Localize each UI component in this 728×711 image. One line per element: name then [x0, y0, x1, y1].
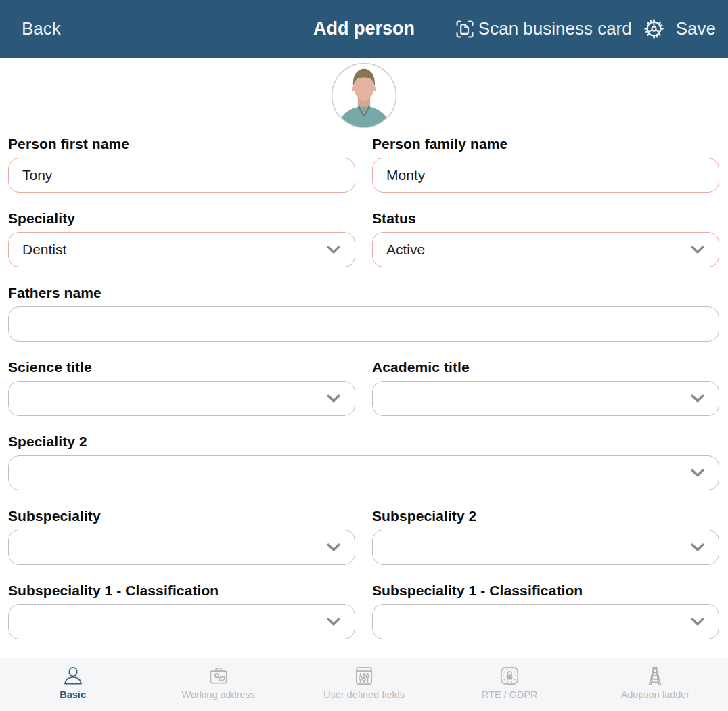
chevron-down-icon	[325, 241, 342, 258]
speciality-2-select[interactable]	[8, 455, 719, 490]
speciality-2-label: Speciality 2	[8, 433, 719, 451]
science-title-select[interactable]	[8, 381, 355, 416]
scan-business-card-button[interactable]: Scan business card	[454, 18, 632, 40]
sliders-icon	[352, 664, 376, 687]
subspeciality-2-select[interactable]	[372, 530, 719, 565]
save-button[interactable]: Save	[676, 18, 716, 39]
chevron-down-icon	[689, 613, 706, 630]
field-subspeciality-2: Subspeciality 2	[372, 507, 719, 565]
briefcase-icon	[207, 664, 230, 687]
settings-gear-icon[interactable]	[643, 18, 665, 40]
subspeciality-1-classification-select-b[interactable]	[372, 604, 719, 639]
tab-working-address-label: Working address	[182, 689, 256, 700]
field-science-title: Science title	[8, 359, 355, 416]
person-icon	[62, 664, 85, 687]
academic-title-label: Academic title	[372, 359, 719, 376]
tab-adoption-ladder-label: Adoption ladder	[621, 689, 690, 700]
speciality-label: Speciality	[8, 210, 355, 227]
status-label: Status	[372, 210, 719, 227]
tab-rte-gdpr-label: RTE / GDPR	[482, 689, 538, 700]
chevron-down-icon	[689, 538, 706, 556]
chevron-down-icon	[325, 613, 342, 630]
chevron-down-icon	[325, 390, 342, 407]
gdpr-lock-icon	[498, 664, 521, 687]
ladder-icon	[643, 664, 666, 687]
status-value: Active	[386, 242, 682, 258]
bottom-tab-bar: Basic Working address User def	[0, 658, 728, 711]
person-avatar[interactable]	[331, 62, 397, 129]
tab-user-defined-fields-label: User defined fields	[323, 689, 405, 700]
field-academic-title: Academic title	[372, 359, 719, 416]
person-family-name-label: Person family name	[372, 135, 719, 153]
speciality-select[interactable]: Dentist	[8, 232, 355, 267]
chevron-down-icon	[689, 464, 706, 482]
avatar-section	[0, 58, 728, 135]
field-subspeciality: Subspeciality	[8, 507, 355, 565]
person-first-name-input[interactable]	[9, 158, 355, 192]
tab-basic[interactable]: Basic	[0, 658, 145, 711]
subspeciality-select[interactable]	[8, 530, 355, 565]
academic-title-select[interactable]	[372, 381, 719, 416]
field-subspeciality-1-classification-b: Subspeciality 1 - Classification	[372, 582, 719, 639]
chevron-down-icon	[689, 390, 706, 407]
field-status: Status Active	[372, 210, 719, 267]
subspeciality-1-classification-label: Subspeciality 1 - Classification	[372, 582, 719, 599]
science-title-label: Science title	[8, 359, 355, 376]
add-person-screen: Back Add person Scan business card	[0, 0, 728, 711]
subspeciality-1-classification-select-a[interactable]	[8, 604, 355, 639]
fathers-name-label: Fathers name	[8, 284, 719, 302]
field-person-first-name: Person first name	[8, 135, 355, 193]
nav-actions: Scan business card	[454, 0, 716, 58]
speciality-value: Dentist	[22, 242, 318, 258]
subspeciality-label: Subspeciality	[8, 507, 355, 525]
tab-rte-gdpr[interactable]: RTE / GDPR	[437, 658, 583, 711]
field-fathers-name: Fathers name	[8, 284, 719, 342]
top-navigation-bar: Back Add person Scan business card	[0, 0, 728, 58]
back-button[interactable]: Back	[22, 0, 61, 58]
subspeciality-1-classification-label: Subspeciality 1 - Classification	[8, 582, 355, 599]
tab-adoption-ladder[interactable]: Adoption ladder	[583, 658, 728, 711]
add-person-form: Person first name Person family name Spe…	[0, 135, 728, 656]
scan-business-card-label: Scan business card	[478, 18, 632, 39]
field-speciality: Speciality Dentist	[8, 210, 355, 267]
tab-basic-label: Basic	[60, 689, 86, 700]
tab-working-address[interactable]: Working address	[145, 658, 291, 711]
person-family-name-input[interactable]	[373, 158, 719, 192]
fathers-name-input[interactable]	[9, 307, 719, 341]
chevron-down-icon	[325, 538, 342, 556]
chevron-down-icon	[689, 241, 706, 258]
tab-user-defined-fields[interactable]: User defined fields	[291, 658, 436, 711]
person-first-name-label: Person first name	[8, 135, 355, 153]
field-person-family-name: Person family name	[372, 135, 719, 193]
scan-document-icon	[454, 18, 476, 40]
status-select[interactable]: Active	[372, 232, 719, 267]
subspeciality-2-label: Subspeciality 2	[372, 507, 719, 525]
field-speciality-2: Speciality 2	[8, 433, 719, 490]
field-subspeciality-1-classification-a: Subspeciality 1 - Classification	[8, 582, 355, 639]
